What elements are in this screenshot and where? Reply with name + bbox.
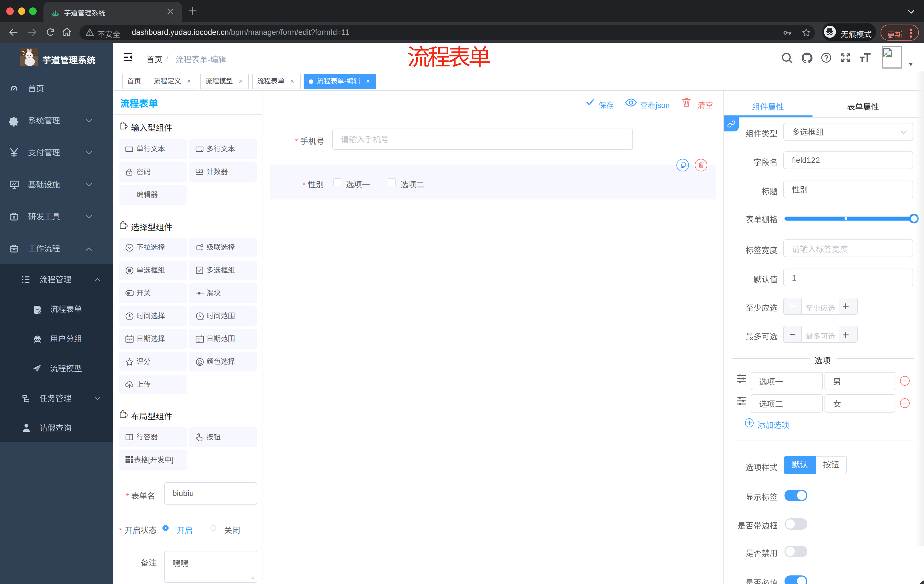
svg-text:123: 123 — [195, 169, 203, 174]
